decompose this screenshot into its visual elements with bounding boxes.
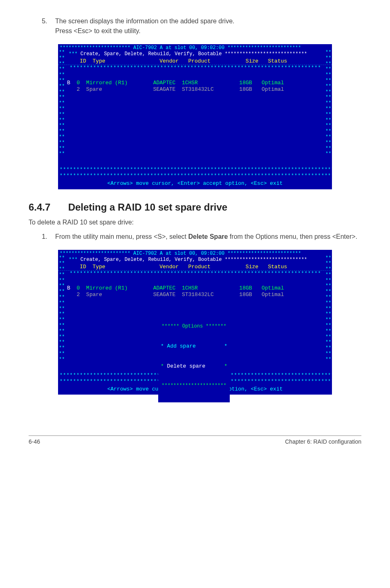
step5-line1: The screen displays the information on t… bbox=[55, 18, 234, 25]
options-title: ****** Options ******* bbox=[158, 323, 230, 330]
screen2-header-div: ****************************************… bbox=[58, 271, 332, 277]
screen1-body: B 0 Mirrored (R1) ADAPTEC 1CHSR 18GB Opt… bbox=[58, 71, 332, 167]
step1-bold: Delete Spare bbox=[188, 233, 228, 240]
step1-text-a: From the utility main menu, press <S>, s… bbox=[55, 233, 188, 240]
options-add-spare[interactable]: * Add spare* bbox=[158, 343, 230, 350]
section-heading: 6.4.7 Deleting a RAID 10 set spare drive bbox=[29, 202, 361, 213]
footer-chapter: Chapter 6: RAID configuration bbox=[285, 438, 361, 445]
step5-line2: Press <Esc> to exit the utility. bbox=[55, 27, 141, 34]
screen2-body: B 0 Mirrored (R1) ADAPTEC 1CHSR 18GB Opt… bbox=[58, 277, 332, 373]
screen1-div1: ****************************************… bbox=[58, 167, 332, 173]
options-delete-spare[interactable]: * Delete spare* bbox=[158, 363, 230, 370]
section-num: 6.4.7 bbox=[29, 202, 65, 213]
section-title: Deleting a RAID 10 set spare drive bbox=[68, 202, 227, 213]
screen2-title: ************************ AIC-7902 A at s… bbox=[58, 250, 332, 257]
step-1: From the utility main menu, press <S>, s… bbox=[49, 232, 361, 242]
screen1-menubar: *** Create, Spare, Delete, Rebuild, Veri… bbox=[58, 51, 332, 57]
step1-text-b: from the Options menu, then press <Enter… bbox=[228, 233, 357, 240]
intro-text: To delete a RAID 10 set spare drive: bbox=[29, 219, 361, 226]
screen1-div2: ****************************************… bbox=[58, 173, 332, 179]
step-5: The screen displays the information on t… bbox=[49, 16, 361, 36]
screen1-header: ID Type Vendor Product Size Status bbox=[58, 57, 332, 65]
options-popup: ****** Options ******* * Add spare* * De… bbox=[158, 310, 230, 402]
screen1-header-div: ****************************************… bbox=[58, 65, 332, 71]
options-bottom: ********************** bbox=[158, 383, 230, 389]
screen1-footer: <Arrows> move cursor, <Enter> accept opt… bbox=[58, 179, 332, 189]
screen1-title: ************************ AIC-7902 A at s… bbox=[58, 44, 332, 51]
bios-screen-1: ************************ AIC-7902 A at s… bbox=[58, 44, 332, 189]
page-footer: 6-46 Chapter 6: RAID configuration bbox=[29, 435, 361, 445]
screen2-menubar: *** Create, Spare, Delete, Rebuild, Veri… bbox=[58, 257, 332, 263]
footer-page-num: 6-46 bbox=[29, 438, 40, 445]
screen2-header: ID Type Vendor Product Size Status bbox=[58, 263, 332, 271]
bios-screen-2: ************************ AIC-7902 A at s… bbox=[58, 250, 332, 395]
